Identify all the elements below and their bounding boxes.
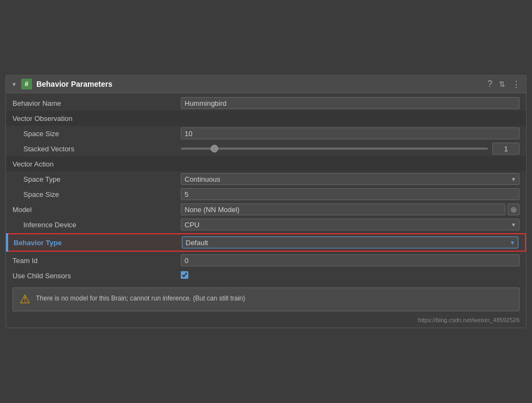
- vector-action-label: Vector Action: [12, 160, 181, 168]
- behavior-type-value-container: Default HeuristicOnly InferenceOnly ▼: [182, 236, 518, 248]
- watermark: https://blog.csdn.net/weixin_48592526: [6, 315, 526, 325]
- model-input[interactable]: [181, 203, 505, 215]
- behavior-type-label: Behavior Type: [14, 239, 182, 247]
- space-size-action-row: Space Size: [6, 187, 526, 202]
- behavior-name-label: Behavior Name: [12, 99, 181, 107]
- team-id-row: Team Id: [6, 253, 526, 268]
- space-type-value-container: Continuous Discrete ▼: [181, 173, 520, 185]
- settings-icon[interactable]: ⇅: [499, 80, 505, 88]
- space-size-action-input[interactable]: [181, 188, 520, 200]
- vector-observation-label: Vector Observation: [12, 114, 181, 123]
- header-right: ? ⇅ ⋮: [487, 79, 521, 89]
- space-size-obs-input[interactable]: [181, 127, 520, 139]
- space-type-select-container: Continuous Discrete ▼: [181, 173, 520, 185]
- warning-text: There is no model for this Brain; cannot…: [36, 293, 245, 303]
- behavior-parameters-panel: ▼ # Behavior Parameters ? ⇅ ⋮ Behavior N…: [5, 75, 527, 328]
- inference-device-value-container: CPU GPU Burst ▼: [181, 219, 520, 231]
- inference-device-select-container: CPU GPU Burst ▼: [181, 219, 520, 231]
- hash-icon: #: [21, 79, 32, 89]
- stacked-vectors-value: 1: [492, 143, 520, 155]
- header-left: ▼ # Behavior Parameters: [11, 79, 112, 89]
- behavior-type-select[interactable]: Default HeuristicOnly InferenceOnly: [182, 236, 518, 248]
- space-size-action-value-container: [181, 188, 520, 200]
- model-picker-button[interactable]: ◎: [508, 203, 520, 215]
- use-child-sensors-checkbox[interactable]: [181, 271, 188, 279]
- model-input-row: ◎: [181, 203, 520, 215]
- stacked-vectors-slider[interactable]: [181, 148, 488, 150]
- team-id-label: Team Id: [12, 257, 181, 265]
- use-child-sensors-value-container: [181, 271, 520, 280]
- space-size-obs-value-container: [181, 127, 520, 139]
- space-size-obs-label: Space Size: [12, 130, 181, 138]
- panel-header: ▼ # Behavior Parameters ? ⇅ ⋮: [6, 75, 526, 93]
- behavior-name-row: Behavior Name: [6, 95, 526, 111]
- vector-action-row: Vector Action: [6, 156, 526, 171]
- behavior-type-wrapper: Behavior Type Default HeuristicOnly Infe…: [6, 233, 526, 252]
- space-type-select[interactable]: Continuous Discrete: [181, 173, 520, 185]
- stacked-vectors-label: Stacked Vectors: [12, 145, 181, 153]
- model-row: Model ◎: [6, 202, 526, 217]
- help-icon[interactable]: ?: [487, 79, 492, 89]
- inference-device-row: Inference Device CPU GPU Burst ▼: [6, 217, 526, 232]
- model-value-container: ◎: [181, 203, 520, 215]
- space-type-label: Space Type: [12, 175, 181, 183]
- space-size-action-label: Space Size: [12, 190, 181, 199]
- stacked-vectors-value-container: 1: [181, 143, 520, 155]
- warning-icon: ⚠: [20, 293, 30, 305]
- team-id-input[interactable]: [181, 254, 520, 266]
- panel-body: Behavior Name Vector Observation Space S…: [6, 93, 526, 328]
- stacked-vectors-row: Stacked Vectors 1: [6, 141, 526, 156]
- behavior-type-row: Behavior Type Default HeuristicOnly Infe…: [6, 233, 526, 252]
- panel-title: Behavior Parameters: [36, 80, 112, 88]
- use-child-sensors-row: Use Child Sensors: [6, 268, 526, 283]
- inference-device-select[interactable]: CPU GPU Burst: [181, 219, 520, 231]
- team-id-value-container: [181, 254, 520, 266]
- behavior-type-select-container: Default HeuristicOnly InferenceOnly ▼: [182, 236, 518, 248]
- collapse-arrow-icon[interactable]: ▼: [11, 81, 17, 87]
- menu-icon[interactable]: ⋮: [512, 79, 521, 89]
- vector-observation-row: Vector Observation: [6, 111, 526, 126]
- space-size-obs-row: Space Size: [6, 126, 526, 141]
- use-child-sensors-label: Use Child Sensors: [12, 272, 181, 280]
- warning-box: ⚠ There is no model for this Brain; cann…: [12, 287, 520, 311]
- behavior-name-input[interactable]: [181, 97, 520, 109]
- model-label: Model: [12, 206, 181, 214]
- inference-device-label: Inference Device: [12, 221, 181, 229]
- behavior-name-value-container: [181, 97, 520, 109]
- space-type-row: Space Type Continuous Discrete ▼: [6, 171, 526, 187]
